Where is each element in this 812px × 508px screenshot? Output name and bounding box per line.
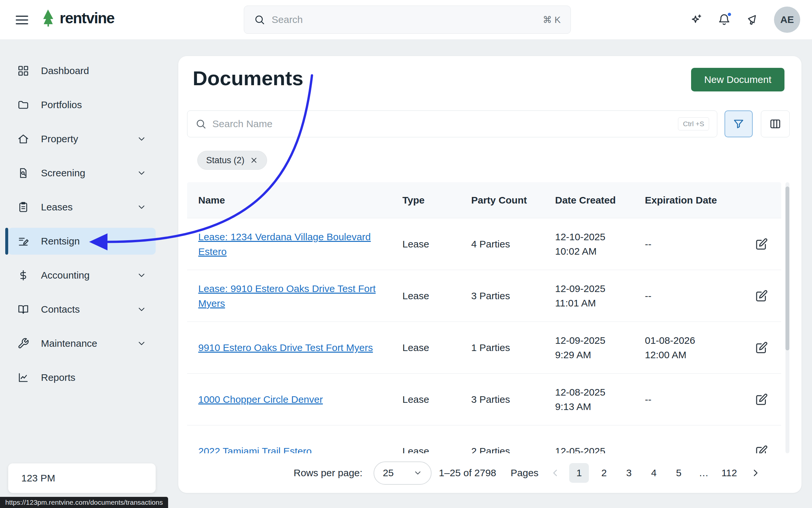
sidebar-item-property[interactable]: Property xyxy=(8,126,155,153)
column-header-date-created[interactable]: Date Created xyxy=(555,195,645,206)
columns-button[interactable] xyxy=(761,111,790,137)
pages-label: Pages xyxy=(510,467,538,478)
previous-page-icon[interactable] xyxy=(549,467,561,478)
column-header-expiration-date[interactable]: Expiration Date xyxy=(645,195,743,206)
edit-document-button[interactable] xyxy=(755,341,769,355)
chevron-down-icon xyxy=(413,468,422,477)
document-link[interactable]: Lease: 1234 Verdana Village Boulevard Es… xyxy=(198,229,376,259)
chip-label: Status (2) xyxy=(206,155,244,166)
table-row-partial: 2022 Tamiami Trail Estero Lease 2 Partie… xyxy=(187,425,781,453)
expiration-date: -- xyxy=(645,237,743,251)
rows-per-page-select[interactable]: 25 xyxy=(373,461,432,485)
sidebar-item-label: Portfolios xyxy=(41,99,146,111)
new-document-button[interactable]: New Document xyxy=(691,68,784,91)
sidebar-item-label: Screening xyxy=(41,167,125,179)
chevron-down-icon xyxy=(137,168,146,178)
page-number-112[interactable]: 112 xyxy=(719,463,739,483)
sidebar-item-accounting[interactable]: Accounting xyxy=(8,262,155,289)
expiration-time: 12:00 AM xyxy=(645,348,743,362)
sidebar-item-maintenance[interactable]: Maintenance xyxy=(8,330,155,357)
created-date: 12-09-2025 xyxy=(555,282,645,296)
edit-document-button[interactable] xyxy=(755,444,769,454)
page-number-4[interactable]: 4 xyxy=(644,463,664,483)
table-scrollbar-thumb[interactable] xyxy=(785,186,790,350)
expiration-date: 01-08-2026 xyxy=(645,333,743,348)
announcements-icon[interactable] xyxy=(746,13,759,26)
row-range-text: 1–25 of 2798 xyxy=(439,467,496,478)
page-number-3[interactable]: 3 xyxy=(619,463,639,483)
edit-document-button[interactable] xyxy=(755,392,769,407)
table-row: 1000 Chopper Circle Denver Lease 3 Parti… xyxy=(187,374,781,425)
document-search[interactable]: Ctrl +S xyxy=(187,111,717,137)
edit-icon xyxy=(755,445,768,454)
party-count-cell: 2 Parties xyxy=(471,446,510,454)
party-count-cell: 4 Parties xyxy=(471,239,510,249)
type-cell: Lease xyxy=(402,342,429,353)
chart-icon xyxy=(17,372,29,383)
sidebar-item-leases[interactable]: Leases xyxy=(8,194,155,221)
time-label: 123 PM xyxy=(21,473,55,484)
column-header-type[interactable]: Type xyxy=(402,195,471,206)
party-count-cell: 3 Parties xyxy=(471,394,510,405)
party-count-cell: 3 Parties xyxy=(471,290,510,301)
rentvine-logo[interactable]: rentvine xyxy=(39,8,115,28)
sidebar-item-reports[interactable]: Reports xyxy=(8,364,155,391)
chevron-down-icon xyxy=(137,270,146,280)
notification-badge-dot xyxy=(727,12,732,17)
created-time: 9:13 AM xyxy=(555,399,645,414)
document-link[interactable]: 1000 Chopper Circle Denver xyxy=(198,392,323,407)
avatar[interactable]: AE xyxy=(774,7,800,33)
party-count-cell: 1 Parties xyxy=(471,342,510,353)
sidebar-item-label: Rentsign xyxy=(41,236,146,247)
sidebar-item-rentsign[interactable]: Rentsign xyxy=(8,228,155,255)
column-header-name[interactable]: Name xyxy=(187,195,402,206)
hamburger-menu-icon[interactable] xyxy=(14,12,30,27)
document-link[interactable]: 9910 Estero Oaks Drive Test Fort Myers xyxy=(198,340,373,355)
created-time: 11:01 AM xyxy=(555,296,645,310)
chevron-down-icon xyxy=(137,202,146,212)
type-cell: Lease xyxy=(402,394,429,405)
close-icon[interactable] xyxy=(250,156,258,165)
page-number-5[interactable]: 5 xyxy=(669,463,688,483)
sidebar-item-portfolios[interactable]: Portfolios xyxy=(8,91,155,118)
filter-button[interactable] xyxy=(724,111,753,137)
status-filter-chip[interactable]: Status (2) xyxy=(197,151,267,170)
document-link[interactable]: Lease: 9910 Estero Oaks Drive Test Fort … xyxy=(198,281,376,311)
sidebar-item-label: Maintenance xyxy=(41,338,125,349)
column-header-party-count[interactable]: Party Count xyxy=(471,195,555,206)
edit-document-button[interactable] xyxy=(755,289,769,303)
document-link[interactable]: 2022 Tamiami Trail Estero xyxy=(198,444,312,453)
table-header-row: Name Type Party Count Date Created Expir… xyxy=(187,182,781,218)
wrench-icon xyxy=(17,338,29,349)
global-search-input[interactable] xyxy=(272,14,536,25)
edit-icon xyxy=(755,393,768,406)
sidebar-item-label: Contacts xyxy=(41,304,125,315)
created-date: 12-05-2025 xyxy=(555,444,645,454)
page-number-1[interactable]: 1 xyxy=(569,463,589,483)
document-search-input[interactable] xyxy=(212,118,672,129)
sidebar-item-dashboard[interactable]: Dashboard xyxy=(8,57,155,84)
sidebar-item-contacts[interactable]: Contacts xyxy=(8,296,155,323)
ai-sparkle-icon[interactable] xyxy=(689,13,703,26)
created-time: 9:29 AM xyxy=(555,348,645,362)
house-icon xyxy=(17,133,29,145)
sidebar-item-screening[interactable]: Screening xyxy=(8,160,155,186)
logo-text: rentvine xyxy=(60,9,115,27)
global-search[interactable]: ⌘ K xyxy=(244,6,571,34)
edit-document-button[interactable] xyxy=(755,237,769,251)
page-number-2[interactable]: 2 xyxy=(594,463,614,483)
topbar: rentvine ⌘ K AE xyxy=(0,0,812,39)
status-bar-url: https://123pm.rentvine.com/documents/tra… xyxy=(0,497,168,508)
sidebar-item-label: Dashboard xyxy=(41,65,146,76)
rentvine-logo-icon xyxy=(39,8,56,28)
next-page-icon[interactable] xyxy=(750,467,761,478)
chevron-down-icon xyxy=(137,339,146,348)
page-title: Documents xyxy=(193,67,304,90)
notifications-bell-icon[interactable] xyxy=(718,13,731,26)
edit-icon xyxy=(755,341,768,354)
sidebar: Dashboard Portfolios Property Screening … xyxy=(0,39,170,398)
documents-panel: Documents New Document Ctrl +S Status (2… xyxy=(178,56,802,493)
funnel-icon xyxy=(732,118,745,130)
edit-icon xyxy=(755,289,768,302)
type-cell: Lease xyxy=(402,446,429,454)
